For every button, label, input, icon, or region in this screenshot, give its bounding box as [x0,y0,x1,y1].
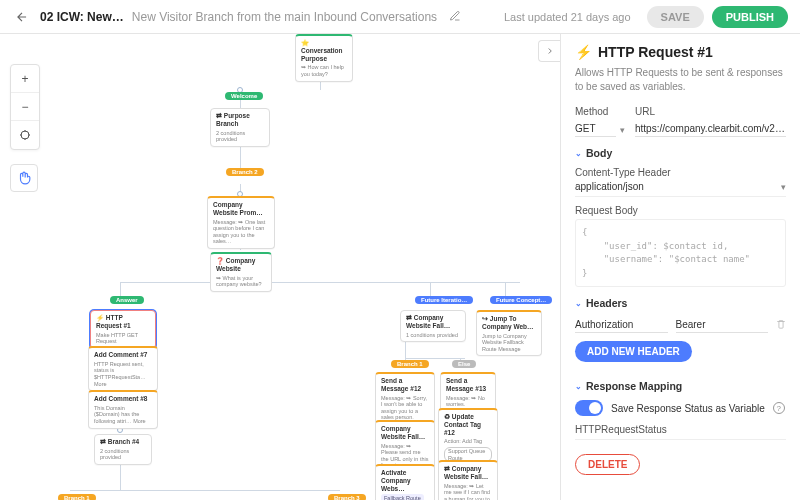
node-http-request-1[interactable]: ⚡ HTTP Request #1 Make HTTP GET Request [90,310,156,349]
pill-branch3[interactable]: Branch 3 [328,494,366,500]
pill-future-iteration[interactable]: Future Iteratio… [415,296,473,304]
info-icon[interactable]: ? [773,402,785,414]
body-section-toggle[interactable]: ⌄ Body [575,147,786,159]
node-purpose-branch[interactable]: ⇄ Purpose Branch 2 conditions provided [210,108,270,147]
node-send-message-13[interactable]: Send a Message #13 Message: ➥ No worries… [440,372,496,412]
pill-branch1[interactable]: Branch 1 [58,494,96,500]
method-select[interactable]: GET [575,121,616,137]
pill-future-concept[interactable]: Future Concept… [490,296,552,304]
top-bar: 02 ICW: New… New Visitor Branch from the… [0,0,800,34]
response-mapping-section-toggle[interactable]: ⌄ Response Mapping [575,380,786,392]
save-status-toggle[interactable] [575,400,603,416]
pill-answer[interactable]: Answer [110,296,144,304]
node-company-website-fallback[interactable]: ⇄ Company Website Fall… 1 conditions pro… [400,310,466,342]
chevron-down-icon [620,122,625,136]
node-update-contact-tag-12[interactable]: ♻ Update Contact Tag #12 Action: Add Tag… [438,408,498,466]
chevron-down-icon: ⌄ [575,149,582,158]
back-button[interactable] [12,7,32,27]
pill-else[interactable]: Else [452,360,476,368]
headers-section-toggle[interactable]: ⌄ Headers [575,297,786,309]
breadcrumb-sub: New Visitor Branch from the main Inbound… [132,10,437,24]
node-activate-company-website[interactable]: Activate Company Webs… Fallback Route [375,464,435,500]
node-add-comment-7[interactable]: Add Comment #7 HTTP Request sent, status… [88,346,158,391]
publish-button[interactable]: PUBLISH [712,6,788,28]
zoom-toolbar: + − [10,64,40,150]
node-company-website-prompt[interactable]: Company Website Prom… Message: ➥ One las… [207,196,275,249]
properties-panel: ⚡ HTTP Request #1 Allows HTTP Requests t… [560,34,800,500]
delete-node-button[interactable]: DELETE [575,454,640,475]
pill-else-branch1[interactable]: Branch 1 [391,360,429,368]
url-label: URL [635,106,786,117]
save-button[interactable]: SAVE [647,6,704,28]
node-send-message-12[interactable]: Send a Message #12 Message: ➥ Sorry, I w… [375,372,435,425]
node-conversation-purpose[interactable]: ⭐ Conversation Purpose ➥ How can I help … [295,34,353,82]
chevron-down-icon: ⌄ [575,299,582,308]
request-body-label: Request Body [575,205,786,216]
pan-tool-button[interactable] [10,164,38,192]
method-label: Method [575,106,625,117]
zoom-out-button[interactable]: − [11,93,39,121]
chevron-down-icon [781,181,786,192]
collapse-panel-button[interactable] [538,40,560,62]
node-branch-4[interactable]: ⇄ Branch #4 2 conditions provided [94,434,152,465]
delete-header-button[interactable] [776,318,786,332]
panel-description: Allows HTTP Requests to be sent & respon… [575,66,786,94]
flow-canvas[interactable]: + − [0,34,560,500]
add-header-button[interactable]: ADD NEW HEADER [575,341,692,362]
request-body-textarea[interactable]: { "user_id": $contact id, "username": "$… [575,219,786,287]
content-type-label: Content-Type Header [575,167,786,178]
node-add-comment-8[interactable]: Add Comment #8 This Domain ($Domain) has… [88,390,158,429]
header-key-input[interactable] [575,317,668,333]
pill-branch2[interactable]: Branch 2 [226,168,264,176]
http-request-icon: ⚡ [575,44,592,60]
svg-point-0 [21,131,29,139]
chevron-down-icon: ⌄ [575,382,582,391]
breadcrumb-main: 02 ICW: New… [40,10,124,24]
node-company-website[interactable]: ❓ Company Website ➥ What is your company… [210,252,272,292]
zoom-fit-button[interactable] [11,121,39,149]
header-value-input[interactable] [676,317,769,333]
status-variable-name[interactable]: HTTPRequestStatus [575,424,786,440]
content-type-select[interactable]: application/json [575,181,786,197]
save-status-label: Save Response Status as Variable [611,403,765,414]
zoom-in-button[interactable]: + [11,65,39,93]
node-jump-to-company-website[interactable]: ↪ Jump To Company Web… Jump to Company W… [476,310,542,356]
panel-title: HTTP Request #1 [598,44,713,60]
last-updated: Last updated 21 days ago [504,11,631,23]
edit-title-icon[interactable] [449,10,463,24]
url-input[interactable] [635,121,786,137]
node-company-website-fall2[interactable]: ⇄ Company Website Fall… Message: ➥ Let m… [438,460,498,500]
pill-welcome[interactable]: Welcome [225,92,263,100]
